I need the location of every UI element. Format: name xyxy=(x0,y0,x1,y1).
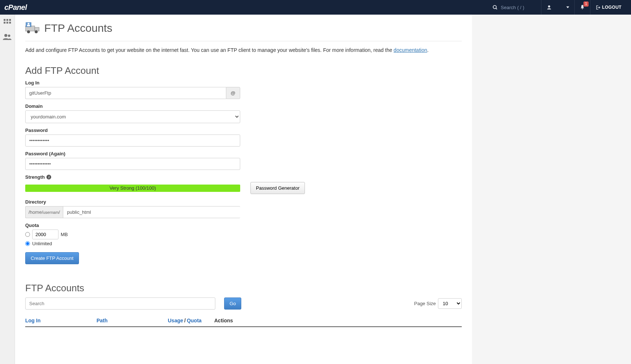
col-login[interactable]: Log In xyxy=(25,318,97,323)
login-label: Log In xyxy=(25,80,240,86)
svg-rect-4 xyxy=(4,19,5,21)
topbar-search-input[interactable] xyxy=(501,5,541,10)
logout-label: LOGOUT xyxy=(602,5,621,10)
password-label: Password xyxy=(25,128,240,133)
main-content: FTP Accounts Add and configure FTP Accou… xyxy=(15,15,472,364)
svg-rect-7 xyxy=(4,22,5,24)
svg-rect-9 xyxy=(9,22,11,24)
svg-rect-6 xyxy=(9,19,11,21)
users-icon xyxy=(3,33,12,41)
notifications[interactable]: 1 xyxy=(574,0,590,15)
quota-value-input[interactable] xyxy=(32,230,58,239)
sidebar xyxy=(0,15,15,364)
svg-point-17 xyxy=(28,23,30,25)
desc-text: Add and configure FTP Accounts to get yo… xyxy=(25,47,394,53)
page-size-select[interactable]: 10 xyxy=(438,298,462,309)
col-quota[interactable]: Quota xyxy=(187,318,201,323)
domain-label: Domain xyxy=(25,103,240,109)
svg-point-14 xyxy=(27,30,30,33)
ftp-accounts-heading: FTP Accounts xyxy=(25,283,462,294)
col-path[interactable]: Path xyxy=(97,318,168,323)
grid-icon xyxy=(3,18,12,27)
quota-unit: MB xyxy=(61,232,68,237)
svg-point-0 xyxy=(493,5,496,8)
user-menu[interactable] xyxy=(541,0,574,15)
page-title: FTP Accounts xyxy=(44,22,112,34)
logout-icon xyxy=(596,5,600,10)
directory-label: Directory xyxy=(25,199,240,205)
quota-unlimited-label: Unlimited xyxy=(32,241,52,246)
usage-separator: / xyxy=(184,318,186,323)
table-header: Log In Path Usage/Quota Actions xyxy=(25,315,462,327)
logo: cPanel xyxy=(4,3,27,12)
password-input[interactable] xyxy=(25,134,240,147)
svg-rect-8 xyxy=(7,22,8,24)
domain-select[interactable]: yourdomain.com xyxy=(25,110,240,123)
documentation-link[interactable]: documentation xyxy=(394,47,427,53)
quota-limited-radio[interactable] xyxy=(25,232,30,237)
logout-button[interactable]: LOGOUT xyxy=(590,0,627,15)
quota-unlimited-radio[interactable] xyxy=(25,241,30,246)
notification-badge: 1 xyxy=(583,1,589,7)
svg-rect-18 xyxy=(27,25,30,26)
user-icon xyxy=(547,5,552,10)
svg-point-11 xyxy=(8,35,11,37)
password-again-input[interactable] xyxy=(25,158,240,170)
page-size-label: Page Size xyxy=(414,301,436,306)
go-button[interactable]: Go xyxy=(224,297,241,310)
caret-down-icon xyxy=(566,6,569,9)
page-description: Add and configure FTP Accounts to get yo… xyxy=(25,41,462,58)
password-again-label: Password (Again) xyxy=(25,151,240,156)
login-input[interactable] xyxy=(25,87,226,99)
svg-rect-5 xyxy=(7,19,8,21)
add-ftp-heading: Add FTP Account xyxy=(25,65,462,76)
directory-prefix: /home/usernam/ xyxy=(25,206,63,218)
svg-point-3 xyxy=(582,8,583,9)
login-at-addon: @ xyxy=(226,87,240,99)
directory-input[interactable] xyxy=(63,206,240,218)
topbar: cPanel 1 LOGOUT xyxy=(0,0,631,15)
svg-point-15 xyxy=(35,30,38,33)
desc-post: . xyxy=(427,47,428,53)
svg-point-2 xyxy=(548,5,550,8)
sidebar-users[interactable] xyxy=(3,33,12,42)
topbar-search[interactable] xyxy=(492,5,541,10)
create-ftp-account-button[interactable]: Create FTP Account xyxy=(25,252,79,264)
strength-bar: Very Strong (100/100) xyxy=(25,185,240,192)
strength-label: Strength i xyxy=(25,174,240,180)
quota-label: Quota xyxy=(25,223,240,228)
col-usage[interactable]: Usage xyxy=(168,318,183,323)
search-icon xyxy=(492,5,498,10)
password-generator-button[interactable]: Password Generator xyxy=(250,182,305,194)
svg-point-10 xyxy=(4,34,7,37)
accounts-search-input[interactable] xyxy=(25,297,215,310)
sidebar-apps[interactable] xyxy=(3,18,12,28)
info-icon[interactable]: i xyxy=(46,175,51,179)
col-actions: Actions xyxy=(214,318,462,323)
svg-line-1 xyxy=(496,8,497,9)
svg-rect-13 xyxy=(35,27,39,31)
ftp-truck-icon xyxy=(25,22,41,34)
